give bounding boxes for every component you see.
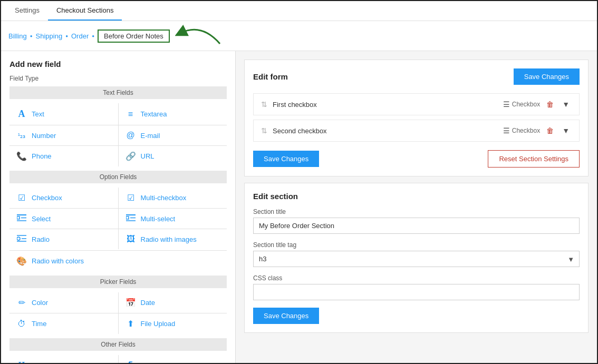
field-textarea-label: Textarea bbox=[141, 110, 167, 118]
field-url[interactable]: 🔗 URL bbox=[119, 146, 227, 166]
text-fields-header: Text Fields bbox=[9, 86, 227, 99]
edit-form-header: Edit form Save Changes bbox=[253, 68, 580, 85]
save-changes-mid-button[interactable]: Save Changes bbox=[253, 151, 319, 167]
textarea-icon: ≡ bbox=[125, 110, 137, 119]
url-icon: 🔗 bbox=[125, 151, 137, 161]
section-title-tag-wrapper: h1 h2 h3 h4 h5 h6 p div ▼ bbox=[253, 251, 580, 267]
field-type-label: Field Type bbox=[9, 75, 227, 82]
field-textarea[interactable]: ≡ Textarea bbox=[119, 103, 227, 125]
edit-form-actions: Save Changes Reset Section Settings bbox=[253, 150, 580, 168]
multi-checkbox-icon: ☑ bbox=[125, 193, 137, 203]
reset-section-settings-button[interactable]: Reset Section Settings bbox=[488, 150, 580, 168]
edit-section-block: Edit section Section title Section title… bbox=[244, 183, 589, 333]
section-title-tag-select[interactable]: h1 h2 h3 h4 h5 h6 p div bbox=[253, 251, 580, 267]
field-checkbox-label: Checkbox bbox=[32, 194, 62, 202]
chevron-second-checkbox-button[interactable]: ▼ bbox=[560, 125, 572, 136]
field-paragraph[interactable]: ¶ Paragraph bbox=[119, 355, 227, 363]
field-date[interactable]: 📅 Date bbox=[119, 292, 227, 313]
field-text-label: Text bbox=[32, 110, 44, 118]
css-class-group: CSS class bbox=[253, 274, 580, 300]
field-select[interactable]: Select bbox=[9, 209, 118, 229]
field-radio[interactable]: Radio bbox=[9, 229, 118, 249]
field-number[interactable]: ¹₂₃ Number bbox=[9, 125, 118, 145]
time-icon: ⏱ bbox=[16, 319, 27, 329]
checkbox-tag-label-first: Checkbox bbox=[512, 101, 540, 108]
field-time[interactable]: ⏱ Time bbox=[9, 313, 118, 334]
field-url-label: URL bbox=[141, 152, 155, 160]
delete-second-checkbox-button[interactable]: 🗑 bbox=[544, 125, 556, 136]
field-name-second-checkbox: Second checkbox bbox=[273, 127, 503, 135]
css-class-label: CSS class bbox=[253, 274, 580, 282]
color-icon: ✏ bbox=[16, 298, 27, 308]
field-email[interactable]: @ E-mail bbox=[119, 125, 227, 145]
multi-select-icon bbox=[125, 214, 137, 223]
field-radio-colors[interactable]: 🎨 Radio with colors bbox=[9, 250, 227, 271]
section-title-group: Section title bbox=[253, 208, 580, 234]
drag-handle-second[interactable]: ⇅ bbox=[261, 126, 267, 135]
top-tabs: Settings Checkout Sections bbox=[1, 1, 597, 21]
number-icon: ¹₂₃ bbox=[16, 132, 27, 140]
radio-images-icon: 🖼 bbox=[125, 234, 137, 244]
field-heading[interactable]: H Heading bbox=[9, 355, 118, 363]
checkbox-tag-icon-first: ☰ bbox=[503, 100, 510, 109]
checkbox-icon: ☑ bbox=[16, 193, 27, 203]
radio-colors-icon: 🎨 bbox=[16, 256, 27, 266]
chevron-first-checkbox-button[interactable]: ▼ bbox=[560, 99, 572, 110]
subnav-dot-1: ● bbox=[30, 34, 33, 38]
field-file-upload-label: File Upload bbox=[141, 320, 176, 328]
green-arrow-annotation bbox=[175, 20, 223, 46]
other-fields-grid: H Heading ¶ Paragraph bbox=[9, 355, 227, 363]
section-title-tag-group: Section title tag h1 h2 h3 h4 h5 h6 p di… bbox=[253, 241, 580, 267]
option-fields-header: Option Fields bbox=[9, 171, 227, 183]
field-radio-colors-label: Radio with colors bbox=[32, 257, 84, 265]
field-phone[interactable]: 📞 Phone bbox=[9, 146, 118, 166]
field-multi-select[interactable]: Multi-select bbox=[119, 209, 227, 229]
field-file-upload[interactable]: ⬆ File Upload bbox=[119, 313, 227, 334]
left-panel: Add new field Field Type Text Fields A T… bbox=[1, 51, 236, 363]
phone-icon: 📞 bbox=[16, 151, 27, 161]
checkbox-tag-label-second: Checkbox bbox=[512, 127, 540, 134]
date-icon: 📅 bbox=[125, 298, 137, 308]
css-class-input[interactable] bbox=[253, 284, 580, 300]
text-fields-grid: A Text ≡ Textarea ¹₂₃ Number @ E-mail 📞 bbox=[9, 103, 227, 166]
text-icon: A bbox=[16, 109, 27, 120]
field-row-second-checkbox: ⇅ Second checkbox ☰ Checkbox 🗑 ▼ bbox=[253, 120, 580, 142]
field-text[interactable]: A Text bbox=[9, 103, 118, 125]
radio-icon bbox=[16, 234, 27, 244]
field-color[interactable]: ✏ Color bbox=[9, 292, 118, 313]
field-radio-images-label: Radio with images bbox=[141, 235, 197, 243]
email-icon: @ bbox=[125, 131, 137, 140]
field-name-first-checkbox: First checkbox bbox=[273, 101, 503, 109]
field-date-label: Date bbox=[141, 299, 155, 307]
field-multi-checkbox[interactable]: ☑ Multi-checkbox bbox=[119, 188, 227, 208]
picker-fields-grid: ✏ Color 📅 Date ⏱ Time ⬆ File Upload bbox=[9, 292, 227, 334]
save-changes-top-button[interactable]: Save Changes bbox=[514, 68, 580, 85]
subnav-before-order-notes[interactable]: Before Order Notes bbox=[98, 29, 170, 43]
tab-settings[interactable]: Settings bbox=[6, 1, 48, 21]
paragraph-icon: ¶ bbox=[125, 360, 137, 363]
edit-section-title: Edit section bbox=[253, 192, 580, 201]
edit-form-section: Edit form Save Changes ⇅ First checkbox … bbox=[244, 60, 589, 176]
save-changes-section-button[interactable]: Save Changes bbox=[253, 308, 319, 324]
field-multi-select-label: Multi-select bbox=[141, 215, 176, 223]
field-number-label: Number bbox=[32, 132, 56, 140]
delete-first-checkbox-button[interactable]: 🗑 bbox=[544, 99, 556, 110]
section-title-input[interactable] bbox=[253, 218, 580, 234]
subnav-order[interactable]: Order bbox=[71, 32, 89, 40]
tab-checkout-sections[interactable]: Checkout Sections bbox=[48, 1, 122, 21]
field-tag-first: ☰ Checkbox bbox=[503, 100, 540, 109]
field-checkbox[interactable]: ☑ Checkbox bbox=[9, 188, 118, 208]
subnav-shipping[interactable]: Shipping bbox=[36, 32, 63, 40]
drag-handle-first[interactable]: ⇅ bbox=[261, 100, 267, 109]
subnav-billing[interactable]: Billing bbox=[8, 32, 27, 40]
field-radio-images[interactable]: 🖼 Radio with images bbox=[119, 229, 227, 249]
sub-nav: Billing ● Shipping ● Order ● Before Orde… bbox=[1, 21, 597, 51]
svg-point-9 bbox=[17, 237, 20, 240]
field-email-label: E-mail bbox=[141, 132, 160, 140]
field-paragraph-label: Paragraph bbox=[141, 361, 173, 363]
checkbox-tag-icon-second: ☰ bbox=[503, 126, 510, 135]
section-title-label: Section title bbox=[253, 208, 580, 215]
svg-rect-1 bbox=[17, 217, 20, 219]
field-select-label: Select bbox=[32, 215, 51, 223]
field-heading-label: Heading bbox=[32, 361, 57, 363]
